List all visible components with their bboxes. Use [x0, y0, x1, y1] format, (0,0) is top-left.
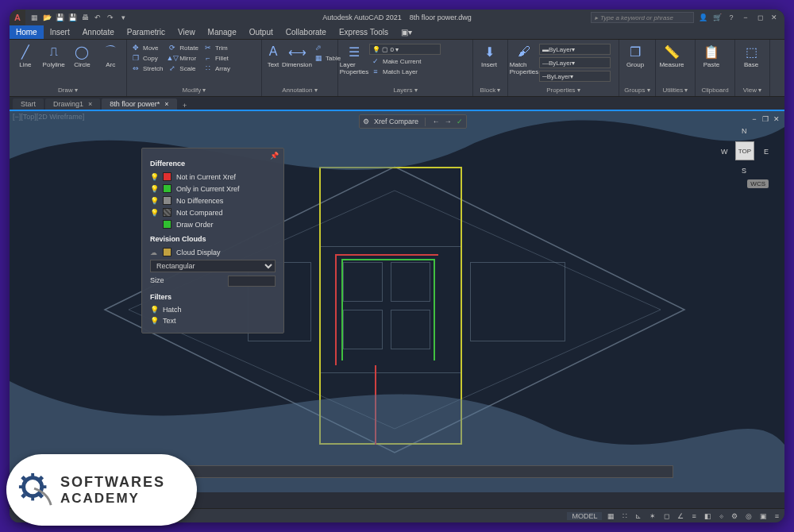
isolate-button[interactable]: ◎ [743, 512, 754, 520]
otrack-toggle[interactable]: ∠ [675, 512, 686, 520]
minimize-icon[interactable]: − [740, 12, 751, 23]
compass-s[interactable]: S [742, 167, 746, 175]
arc-button[interactable]: ⌒Arc [97, 41, 124, 68]
close-tab-icon[interactable]: × [88, 100, 92, 108]
base-button[interactable]: ⬚Base [738, 41, 765, 68]
qat-undo-icon[interactable]: ↶ [92, 12, 103, 23]
viewcube-face[interactable]: TOP [735, 141, 754, 160]
qat-more-icon[interactable]: ▾ [118, 12, 129, 23]
circle-button[interactable]: ◯Circle [69, 41, 96, 68]
paste-button[interactable]: 📋Paste [698, 41, 725, 68]
new-tab-button[interactable]: + [179, 102, 191, 110]
xref-next-icon[interactable]: → [445, 118, 452, 125]
polyline-button[interactable]: ⎍Polyline [40, 41, 67, 68]
ribbon-tab-parametric[interactable]: Parametric [121, 25, 172, 39]
filter-text[interactable]: 💡Text [150, 315, 276, 326]
diff-not-in-current[interactable]: 💡Not in Current Xref [150, 171, 276, 183]
panel-title-clipboard[interactable]: Clipboard [698, 86, 732, 94]
lineweight-toggle[interactable]: ≡ [689, 512, 698, 520]
drawing-close-icon[interactable]: ✕ [772, 114, 781, 124]
stretch-button[interactable]: ⇔Stretch [129, 64, 164, 73]
ribbon-tab-express[interactable]: Express Tools [333, 25, 395, 39]
help-icon[interactable]: ? [726, 12, 737, 23]
cloud-size-input[interactable] [228, 276, 276, 287]
snap-toggle[interactable]: ∷ [620, 512, 630, 520]
panel-title-properties[interactable]: Properties ▾ [511, 86, 616, 94]
customization-button[interactable]: ≡ [773, 512, 781, 520]
xref-done-icon[interactable]: ✓ [457, 118, 463, 125]
panel-title-view[interactable]: View ▾ [738, 86, 767, 94]
make-current-button[interactable]: ✓Make Current [369, 56, 457, 66]
drawing-restore-icon[interactable]: ❐ [761, 114, 770, 124]
rotate-button[interactable]: ⟳Rotate [166, 43, 200, 52]
panel-title-draw[interactable]: Draw ▾ [12, 86, 124, 94]
match-layer-button[interactable]: ≡Match Layer [369, 67, 457, 76]
ribbon-tab-annotate[interactable]: Annotate [76, 25, 121, 39]
ortho-toggle[interactable]: ⊾ [633, 512, 644, 520]
gear-icon[interactable]: ⚙ [363, 118, 369, 125]
panel-title-modify[interactable]: Modify ▾ [129, 86, 259, 94]
viewport-label[interactable]: [−][Top][2D Wireframe] [13, 113, 84, 121]
lineweight-combo[interactable]: — ByLayer ▾ [539, 57, 611, 68]
qat-saveas-icon[interactable]: 💾 [67, 12, 78, 23]
clean-screen-button[interactable]: ▣ [757, 512, 769, 520]
ribbon-tab-collaborate[interactable]: Collaborate [279, 25, 333, 39]
filter-hatch[interactable]: 💡Hatch [150, 304, 276, 315]
drawing-canvas[interactable]: [−][Top][2D Wireframe] [10, 111, 784, 492]
close-icon[interactable]: ✕ [769, 12, 780, 23]
diff-only-in-current[interactable]: 💡Only in Current Xref [150, 183, 276, 195]
polar-toggle[interactable]: ✶ [647, 512, 658, 520]
autodesk-app-icon[interactable]: 🛒 [711, 12, 723, 23]
panel-title-annotation[interactable]: Annotation ▾ [264, 86, 335, 94]
panel-title-groups[interactable]: Groups ▾ [622, 86, 653, 94]
file-tab-start[interactable]: Start [13, 98, 44, 110]
compass-e[interactable]: E [764, 148, 769, 156]
trim-button[interactable]: ✂Trim [202, 43, 232, 52]
diff-no-differences[interactable]: 💡No Differences [150, 195, 276, 206]
ribbon-tab-featured[interactable]: ▣▾ [395, 25, 418, 39]
viewcube[interactable]: N S E W TOP [721, 127, 769, 175]
app-logo[interactable]: A [10, 10, 25, 25]
insert-button[interactable]: ⬇Insert [476, 41, 503, 68]
grid-toggle[interactable]: ▦ [605, 512, 617, 520]
xref-compare-toolbar[interactable]: ⚙ Xref Compare │ ← → ✓ [359, 114, 467, 129]
color-combo[interactable]: ▬ ByLayer ▾ [539, 44, 611, 55]
xref-prev-icon[interactable]: ← [433, 118, 440, 125]
qat-save-icon[interactable]: 💾 [54, 12, 65, 23]
layer-properties-button[interactable]: ☰Layer Properties [341, 41, 368, 75]
xref-compare-panel[interactable]: 📌 Difference 💡Not in Current Xref 💡Only … [141, 148, 284, 333]
ribbon-tab-insert[interactable]: Insert [44, 25, 76, 39]
scale-button[interactable]: ⤢Scale [166, 64, 200, 73]
cloud-display-toggle[interactable]: ☁Cloud Display [150, 246, 276, 258]
ribbon-tab-manage[interactable]: Manage [202, 25, 243, 39]
ribbon-tab-output[interactable]: Output [243, 25, 279, 39]
panel-pin-icon[interactable]: 📌 [270, 152, 279, 160]
annotation-scale[interactable]: ⟐ [717, 512, 726, 520]
qat-redo-icon[interactable]: ↷ [105, 12, 116, 23]
drawing-minimize-icon[interactable]: − [750, 114, 759, 124]
layer-combo[interactable]: 💡 ▢ 0 ▾ [369, 44, 441, 55]
line-button[interactable]: ╱Line [12, 41, 39, 68]
maximize-icon[interactable]: ◻ [754, 12, 765, 23]
measure-button[interactable]: 📏Measure [658, 41, 685, 68]
file-tab-8th-floor[interactable]: 8th floor power*× [102, 98, 176, 110]
copy-button[interactable]: ❐Copy [129, 53, 164, 63]
compass-n[interactable]: N [742, 127, 747, 135]
qat-open-icon[interactable]: 📂 [41, 12, 52, 23]
mirror-button[interactable]: ▲▽Mirror [166, 53, 200, 63]
dimension-button[interactable]: ⟷Dimension [283, 41, 310, 68]
group-button[interactable]: ❐Group [622, 41, 649, 68]
cloud-shape-select[interactable]: Rectangular [150, 260, 276, 272]
wcs-badge[interactable]: WCS [747, 179, 769, 188]
help-search-input[interactable]: ▸Type a keyword or phrase [591, 12, 694, 23]
signin-icon[interactable]: 👤 [697, 12, 708, 23]
diff-not-compared[interactable]: 💡Not Compared [150, 206, 276, 218]
qat-new-icon[interactable]: ▦ [29, 12, 40, 23]
transparency-toggle[interactable]: ◧ [702, 512, 714, 520]
qat-plot-icon[interactable]: 🖶 [79, 12, 91, 23]
osnap-toggle[interactable]: ◻ [661, 512, 672, 520]
diff-draw-order[interactable]: 💡Draw Order [150, 218, 276, 230]
text-button[interactable]: AText [264, 41, 282, 68]
compass-w[interactable]: W [721, 148, 728, 156]
array-button[interactable]: ∷Array [202, 64, 232, 73]
